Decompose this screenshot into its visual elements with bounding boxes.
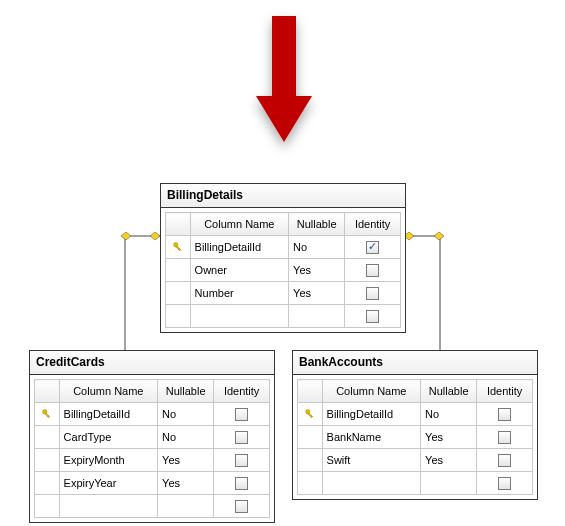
- cell-column-name: Number: [190, 282, 288, 305]
- table-row[interactable]: [166, 305, 401, 328]
- cell-nullable: Yes: [158, 472, 214, 495]
- header-nullable: Nullable: [421, 380, 477, 403]
- header-identity: Identity: [477, 380, 533, 403]
- cell-column-name: [322, 472, 420, 495]
- table-row[interactable]: BillingDetailIdNo: [35, 403, 270, 426]
- svg-marker-5: [121, 232, 131, 240]
- cell-nullable: No: [158, 426, 214, 449]
- cell-identity: [345, 236, 401, 259]
- cell-nullable: [289, 305, 345, 328]
- identity-checkbox[interactable]: [498, 431, 511, 444]
- header-key: [298, 380, 323, 403]
- identity-checkbox[interactable]: [366, 264, 379, 277]
- cell-key: [35, 495, 60, 518]
- entity-grid: Column Name Nullable Identity BillingDet…: [30, 375, 274, 522]
- entity-title: BillingDetails: [161, 184, 405, 208]
- cell-nullable: Yes: [421, 426, 477, 449]
- cell-identity: [477, 403, 533, 426]
- table-row[interactable]: OwnerYes: [166, 259, 401, 282]
- cell-nullable: No: [421, 403, 477, 426]
- table-row[interactable]: CardTypeNo: [35, 426, 270, 449]
- cell-key: [298, 426, 323, 449]
- cell-column-name: BillingDetailId: [59, 403, 157, 426]
- cell-key: [35, 472, 60, 495]
- header-identity: Identity: [214, 380, 270, 403]
- er-diagram-canvas: { "headers": { "column_name": "Column Na…: [0, 0, 565, 526]
- cell-identity: [214, 449, 270, 472]
- table-row[interactable]: SwiftYes: [298, 449, 533, 472]
- table-row[interactable]: BillingDetailIdNo: [298, 403, 533, 426]
- header-column-name: Column Name: [190, 213, 288, 236]
- cell-column-name: Swift: [322, 449, 420, 472]
- header-nullable: Nullable: [158, 380, 214, 403]
- primary-key-icon: [172, 241, 184, 253]
- cell-identity: [477, 449, 533, 472]
- primary-key-icon: [41, 408, 53, 420]
- entity-billing-details[interactable]: BillingDetails Column Name Nullable Iden…: [160, 183, 406, 333]
- cell-key: [35, 403, 60, 426]
- table-row[interactable]: ExpiryYearYes: [35, 472, 270, 495]
- cell-identity: [214, 495, 270, 518]
- primary-key-icon: [304, 408, 316, 420]
- svg-marker-9: [434, 232, 444, 240]
- entity-title: BankAccounts: [293, 351, 537, 375]
- entity-bank-accounts[interactable]: BankAccounts Column Name Nullable Identi…: [292, 350, 538, 500]
- cell-nullable: Yes: [289, 282, 345, 305]
- header-column-name: Column Name: [322, 380, 420, 403]
- cell-column-name: CardType: [59, 426, 157, 449]
- cell-key: [35, 449, 60, 472]
- identity-checkbox[interactable]: [366, 310, 379, 323]
- cell-identity: [214, 426, 270, 449]
- cell-nullable: Yes: [158, 449, 214, 472]
- header-nullable: Nullable: [289, 213, 345, 236]
- identity-checkbox[interactable]: [235, 408, 248, 421]
- header-column-name: Column Name: [59, 380, 157, 403]
- cell-identity: [477, 426, 533, 449]
- cell-identity: [477, 472, 533, 495]
- entity-title: CreditCards: [30, 351, 274, 375]
- header-key: [166, 213, 191, 236]
- header-key: [35, 380, 60, 403]
- entity-grid: Column Name Nullable Identity BillingDet…: [161, 208, 405, 332]
- cell-column-name: Owner: [190, 259, 288, 282]
- cell-key: [298, 472, 323, 495]
- table-row[interactable]: BillingDetailIdNo: [166, 236, 401, 259]
- cell-nullable: [158, 495, 214, 518]
- table-row[interactable]: BankNameYes: [298, 426, 533, 449]
- entity-credit-cards[interactable]: CreditCards Column Name Nullable Identit…: [29, 350, 275, 523]
- table-row[interactable]: NumberYes: [166, 282, 401, 305]
- cell-key: [298, 403, 323, 426]
- identity-checkbox[interactable]: [366, 287, 379, 300]
- cell-column-name: BillingDetailId: [322, 403, 420, 426]
- identity-checkbox[interactable]: [498, 477, 511, 490]
- identity-checkbox[interactable]: [235, 454, 248, 467]
- header-identity: Identity: [345, 213, 401, 236]
- cell-identity: [345, 305, 401, 328]
- identity-checkbox[interactable]: [235, 477, 248, 490]
- cell-key: [166, 259, 191, 282]
- identity-checkbox[interactable]: [235, 431, 248, 444]
- entity-grid: Column Name Nullable Identity BillingDet…: [293, 375, 537, 499]
- cell-column-name: BillingDetailId: [190, 236, 288, 259]
- svg-marker-4: [150, 232, 160, 240]
- cell-key: [298, 449, 323, 472]
- cell-key: [166, 305, 191, 328]
- table-row[interactable]: [35, 495, 270, 518]
- cell-nullable: Yes: [421, 449, 477, 472]
- identity-checkbox[interactable]: [366, 241, 379, 254]
- cell-nullable: No: [158, 403, 214, 426]
- cell-key: [166, 282, 191, 305]
- table-row[interactable]: ExpiryMonthYes: [35, 449, 270, 472]
- identity-checkbox[interactable]: [498, 408, 511, 421]
- table-row[interactable]: [298, 472, 533, 495]
- cell-column-name: [59, 495, 157, 518]
- cell-column-name: [190, 305, 288, 328]
- cell-nullable: [421, 472, 477, 495]
- cell-key: [35, 426, 60, 449]
- cell-column-name: BankName: [322, 426, 420, 449]
- identity-checkbox[interactable]: [235, 500, 248, 513]
- cell-nullable: Yes: [289, 259, 345, 282]
- cell-key: [166, 236, 191, 259]
- cell-identity: [345, 259, 401, 282]
- identity-checkbox[interactable]: [498, 454, 511, 467]
